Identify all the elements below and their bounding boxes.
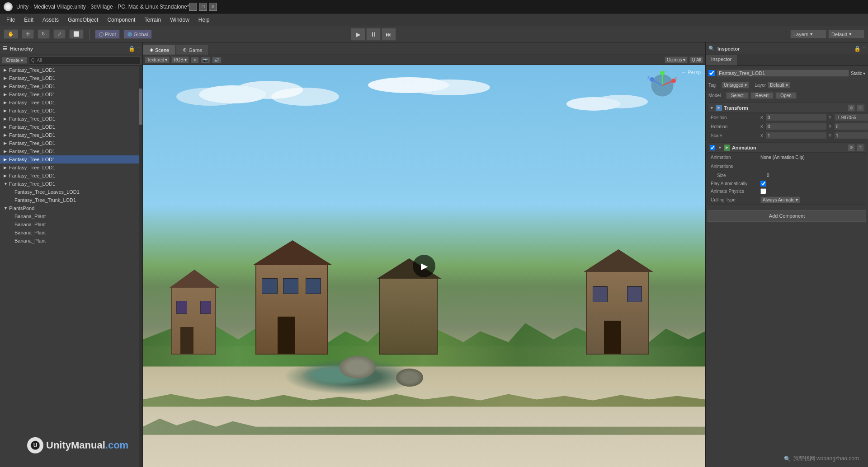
scene-tab[interactable]: ◈ Scene bbox=[143, 45, 176, 55]
hierarchy-item[interactable]: ▶Fantasy_Tree_LOD1 bbox=[0, 123, 139, 131]
revert-button[interactable]: Revert bbox=[750, 92, 774, 99]
hierarchy-item-banana[interactable]: Banana_Plant bbox=[0, 220, 139, 229]
layers-dropdown[interactable]: Layers ▾ bbox=[790, 30, 826, 38]
pos-x-input[interactable]: 0 bbox=[766, 114, 827, 121]
pos-y-input[interactable]: -1.987055 bbox=[834, 114, 868, 121]
maximize-button[interactable]: □ bbox=[199, 3, 207, 11]
view-mode-dropdown[interactable]: Textured▾ bbox=[145, 56, 170, 63]
hierarchy-item-expanded[interactable]: ▼Fantasy_Tree_LOD1 bbox=[0, 180, 139, 188]
hand-tool-button[interactable]: ✋ bbox=[4, 29, 18, 39]
play-auto-label: Play Automatically bbox=[711, 181, 760, 186]
culling-dropdown[interactable]: Always Animate ▾ bbox=[760, 196, 800, 203]
open-button[interactable]: Open bbox=[775, 92, 796, 99]
hierarchy-create-button[interactable]: Create ▾ bbox=[2, 57, 27, 64]
hierarchy-item-banana[interactable]: Banana_Plant bbox=[0, 237, 139, 245]
hierarchy-item[interactable]: ▶Fantasy_Tree_LOD1 bbox=[0, 90, 139, 98]
hierarchy-item[interactable]: ▶Fantasy_Tree_LOD1 bbox=[0, 98, 139, 107]
menu-gameobject[interactable]: GameObject bbox=[63, 16, 103, 24]
animation-help-icon[interactable]: ? bbox=[857, 144, 864, 151]
animation-settings-icon[interactable]: ⚙ bbox=[848, 144, 855, 151]
menu-assets[interactable]: Assets bbox=[38, 16, 63, 24]
hierarchy-item[interactable]: ▶Fantasy_Tree_LOD1 bbox=[0, 107, 139, 115]
tag-dropdown[interactable]: Untagged ▾ bbox=[722, 82, 749, 89]
move-tool-button[interactable]: ✛ bbox=[22, 29, 34, 39]
game-tab[interactable]: ⊕ Game bbox=[176, 45, 209, 55]
animate-physics-checkbox[interactable] bbox=[760, 188, 766, 194]
hierarchy-item-child[interactable]: Fantasy_Tree_Trunk_LOD1 bbox=[0, 196, 139, 204]
scene-audio-button[interactable]: 🔊 bbox=[212, 57, 222, 63]
rot-y-input[interactable]: 0 bbox=[834, 123, 868, 130]
scene-all-dropdown[interactable]: Q All bbox=[689, 56, 703, 63]
hierarchy-item[interactable]: ▶Fantasy_Tree_LOD1 bbox=[0, 82, 139, 90]
hierarchy-item-plants-pond[interactable]: ▼PlantsPond bbox=[0, 204, 139, 212]
menu-window[interactable]: Window bbox=[165, 16, 194, 24]
scale-x-input[interactable]: 1 bbox=[766, 132, 827, 139]
clouds-2 bbox=[566, 97, 621, 111]
menu-edit[interactable]: Edit bbox=[19, 16, 38, 24]
culling-label: Culling Type bbox=[711, 197, 760, 202]
hierarchy-item-selected[interactable]: ▶Fantasy_Tree_LOD1 bbox=[0, 155, 139, 163]
add-component-button[interactable]: Add Component bbox=[708, 210, 866, 222]
gizmos-dropdown[interactable]: Gizmos▾ bbox=[665, 56, 688, 63]
scale-y-input[interactable]: 1 bbox=[834, 132, 868, 139]
inspector-pin-icon[interactable]: ≡ bbox=[863, 46, 865, 52]
rect-tool-button[interactable]: ⬜ bbox=[69, 29, 84, 39]
pivot-toggle[interactable]: Pivot bbox=[95, 30, 120, 39]
object-name-input[interactable] bbox=[717, 70, 849, 77]
minimize-button[interactable]: — bbox=[189, 3, 197, 11]
hierarchy-item[interactable]: ▶Fantasy_Tree_LOD1 bbox=[0, 163, 139, 172]
hierarchy-search-input[interactable] bbox=[29, 56, 141, 65]
scene-toolbar: Textured▾ RGB▾ ☀ 📷 🔊 Gizmos▾ Q All bbox=[143, 55, 705, 65]
hierarchy-item-banana[interactable]: Banana_Plant bbox=[0, 212, 139, 220]
color-mode-dropdown[interactable]: RGB▾ bbox=[171, 56, 189, 63]
menu-help[interactable]: Help bbox=[194, 16, 214, 24]
hierarchy-item-banana[interactable]: Banana_Plant bbox=[0, 229, 139, 237]
transform-help-icon[interactable]: ? bbox=[857, 104, 864, 112]
close-button[interactable]: ✕ bbox=[209, 3, 217, 11]
hierarchy-item[interactable]: ▶Fantasy_Tree_LOD1 bbox=[0, 147, 139, 155]
transform-settings-icon[interactable]: ⚙ bbox=[848, 104, 855, 112]
hierarchy-item-child[interactable]: Fantasy_Tree_Leaves_LOD1 bbox=[0, 188, 139, 196]
hierarchy-scrollbar[interactable] bbox=[139, 66, 142, 467]
play-overlay-button[interactable]: ▶ bbox=[413, 255, 435, 277]
step-button[interactable]: ⏭ bbox=[382, 28, 396, 41]
inspector-tab-inspector[interactable]: Inspector bbox=[706, 55, 737, 65]
object-active-checkbox[interactable] bbox=[708, 70, 715, 76]
hierarchy-lock-icon[interactable]: 🔒 bbox=[128, 46, 135, 52]
menu-terrain[interactable]: Terrain bbox=[140, 16, 165, 24]
transform-header[interactable]: ▼ ⊕ Transform ⚙ ? bbox=[708, 103, 866, 113]
scene-view[interactable]: ▶ ← Persp X Y bbox=[143, 65, 705, 467]
layer-dropdown[interactable]: Default ▾ bbox=[768, 82, 790, 89]
animation-arrow-icon: ▼ bbox=[718, 145, 722, 150]
hierarchy-pin-icon[interactable]: ≡ bbox=[137, 46, 140, 52]
hierarchy-item[interactable]: ▶Fantasy_Tree_LOD1 bbox=[0, 172, 139, 180]
global-toggle[interactable]: Global bbox=[123, 30, 152, 39]
hierarchy-item[interactable]: ▶Fantasy_Tree_LOD1 bbox=[0, 115, 139, 123]
play-button[interactable]: ▶ bbox=[351, 28, 365, 41]
static-dropdown-icon[interactable]: ▾ bbox=[863, 71, 865, 76]
layout-dropdown[interactable]: Default ▾ bbox=[828, 30, 864, 38]
building-right bbox=[586, 271, 649, 355]
window-controls[interactable]: — □ ✕ bbox=[189, 3, 217, 11]
play-auto-checkbox[interactable] bbox=[760, 181, 766, 187]
menu-file[interactable]: File bbox=[2, 16, 19, 24]
hierarchy-item[interactable]: ▶Fantasy_Tree_LOD1 bbox=[0, 74, 139, 82]
animation-header[interactable]: ▼ ▶ Animation ⚙ ? bbox=[708, 143, 866, 153]
rot-x-input[interactable]: 0 bbox=[766, 123, 827, 130]
inspector-lock-icon[interactable]: 🔒 bbox=[854, 46, 861, 52]
animation-name: Animation bbox=[732, 145, 846, 150]
menu-component[interactable]: Component bbox=[103, 16, 140, 24]
select-button[interactable]: Select bbox=[726, 92, 749, 99]
rotate-tool-button[interactable]: ↻ bbox=[38, 29, 50, 39]
hierarchy-item[interactable]: ▶Fantasy_Tree_LOD1 bbox=[0, 66, 139, 74]
door-cl bbox=[278, 317, 295, 354]
bottom-right-watermark: 🔍 我帮找网 wobangzhao.com bbox=[784, 455, 859, 462]
scene-camera-button[interactable]: 📷 bbox=[201, 57, 210, 63]
animation-enabled-checkbox[interactable] bbox=[710, 145, 715, 150]
hierarchy-scroll-thumb[interactable] bbox=[139, 89, 142, 125]
scene-sun-button[interactable]: ☀ bbox=[191, 57, 199, 63]
pause-button[interactable]: ⏸ bbox=[366, 28, 381, 41]
hierarchy-item[interactable]: ▶Fantasy_Tree_LOD1 bbox=[0, 139, 139, 147]
hierarchy-item[interactable]: ▶Fantasy_Tree_LOD1 bbox=[0, 131, 139, 139]
scale-tool-button[interactable]: ⤢ bbox=[53, 29, 66, 39]
